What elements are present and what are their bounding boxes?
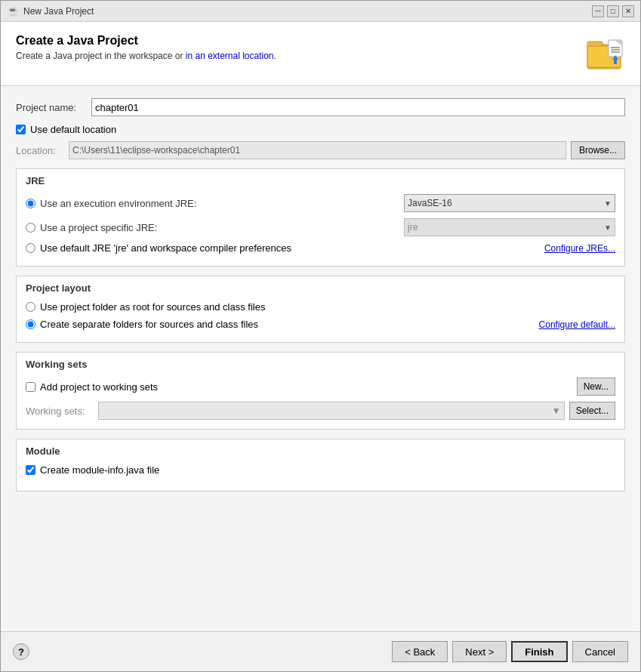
close-button[interactable]: ✕	[622, 5, 634, 17]
jre-env-row: Use an execution environment JRE: JavaSE…	[26, 194, 615, 212]
use-default-location-checkbox[interactable]	[16, 125, 26, 134]
finish-button[interactable]: Finish	[511, 641, 567, 662]
dialog-icon: ☕	[7, 5, 19, 17]
browse-button[interactable]: Browse...	[571, 141, 625, 159]
layout-root-label: Use project folder as root for sources a…	[40, 301, 265, 313]
footer-left: ?	[13, 643, 29, 660]
back-button[interactable]: < Back	[392, 641, 448, 662]
jre-project-row: Use a project specific JRE: jre ▼	[26, 218, 615, 236]
working-sets-section: Working sets Add project to working sets…	[16, 352, 625, 430]
header-folder-icon	[586, 34, 625, 73]
jre-env-dropdown-arrow: ▼	[604, 199, 612, 208]
footer: ? < Back Next > Finish Cancel	[1, 631, 640, 671]
use-default-location-row: Use default location	[16, 124, 625, 135]
create-module-checkbox[interactable]	[26, 465, 35, 475]
configure-jres-link[interactable]: Configure JREs...	[544, 243, 615, 254]
module-section: Module Create module-info.java file	[16, 439, 625, 492]
title-bar-controls: ─ □ ✕	[592, 5, 634, 17]
maximize-button[interactable]: □	[607, 5, 619, 17]
use-default-location-label: Use default location	[30, 124, 116, 135]
jre-default-row: Use default JRE 'jre' and workspace comp…	[26, 242, 615, 254]
external-location-link[interactable]: in an external location	[186, 51, 274, 61]
content-area: Project name: Use default location Locat…	[1, 86, 640, 631]
jre-section-title: JRE	[26, 175, 615, 186]
location-row: Location: Browse...	[16, 141, 625, 159]
project-layout-section: Project layout Use project folder as roo…	[16, 276, 625, 343]
dialog-title: New Java Project	[23, 6, 94, 17]
working-sets-new-button[interactable]: New...	[577, 378, 615, 396]
jre-env-radio[interactable]	[26, 199, 35, 208]
working-sets-arrow: ▼	[552, 405, 561, 416]
working-sets-header-row: Working sets	[26, 359, 615, 378]
location-input	[69, 141, 566, 159]
project-name-input[interactable]	[91, 98, 625, 116]
jre-project-value: jre	[408, 222, 418, 233]
new-java-project-dialog: ☕ New Java Project ─ □ ✕ Create a Java P…	[0, 0, 641, 672]
header-section: Create a Java Project Create a Java proj…	[1, 22, 640, 86]
create-module-row: Create module-info.java file	[26, 464, 615, 476]
working-sets-label: Working sets:	[26, 405, 94, 417]
project-name-label: Project name:	[16, 102, 91, 113]
add-to-working-sets-row: Add project to working sets	[26, 381, 158, 393]
working-sets-add-row: Add project to working sets New...	[26, 378, 615, 396]
layout-separate-row: Create separate folders for sources and …	[26, 319, 615, 330]
create-module-label: Create module-info.java file	[40, 464, 159, 476]
project-name-row: Project name:	[16, 98, 625, 116]
jre-project-radio[interactable]	[26, 223, 35, 233]
jre-section: JRE Use an execution environment JRE: Ja…	[16, 168, 625, 267]
configure-default-link[interactable]: Configure default...	[539, 319, 615, 330]
header-subtitle: Create a Java project in the workspace o…	[16, 51, 276, 61]
jre-env-label: Use an execution environment JRE:	[40, 198, 404, 209]
working-sets-select-button[interactable]: Select...	[569, 402, 615, 420]
header-text: Create a Java Project Create a Java proj…	[16, 34, 276, 61]
layout-root-radio[interactable]	[26, 302, 35, 312]
working-sets-select[interactable]: ▼	[98, 402, 565, 420]
minimize-button[interactable]: ─	[592, 5, 604, 17]
layout-root-row: Use project folder as root for sources a…	[26, 301, 615, 313]
jre-project-dropdown-arrow: ▼	[604, 223, 612, 232]
add-to-working-sets-label: Add project to working sets	[40, 381, 158, 393]
cancel-button[interactable]: Cancel	[572, 641, 628, 662]
module-section-title: Module	[26, 445, 615, 457]
help-button[interactable]: ?	[13, 643, 29, 660]
jre-env-dropdown[interactable]: JavaSE-16 ▼	[404, 194, 615, 212]
layout-separate-label: Create separate folders for sources and …	[40, 319, 258, 330]
jre-default-radio[interactable]	[26, 243, 35, 253]
title-bar: ☕ New Java Project ─ □ ✕	[1, 1, 640, 22]
footer-right: < Back Next > Finish Cancel	[392, 641, 628, 662]
add-to-working-sets-checkbox[interactable]	[26, 382, 35, 392]
jre-project-dropdown: jre ▼	[404, 218, 615, 236]
working-sets-select-row: Working sets: ▼ Select...	[26, 402, 615, 420]
working-sets-title: Working sets	[26, 359, 87, 370]
location-label: Location:	[16, 145, 69, 156]
jre-project-label: Use a project specific JRE:	[40, 222, 404, 233]
layout-separate-radio[interactable]	[26, 319, 35, 329]
jre-default-label: Use default JRE 'jre' and workspace comp…	[40, 242, 291, 254]
next-button[interactable]: Next >	[452, 641, 507, 662]
header-title: Create a Java Project	[16, 34, 276, 48]
jre-env-value: JavaSE-16	[408, 198, 452, 208]
title-bar-left: ☕ New Java Project	[7, 5, 94, 17]
project-layout-title: Project layout	[26, 282, 615, 294]
